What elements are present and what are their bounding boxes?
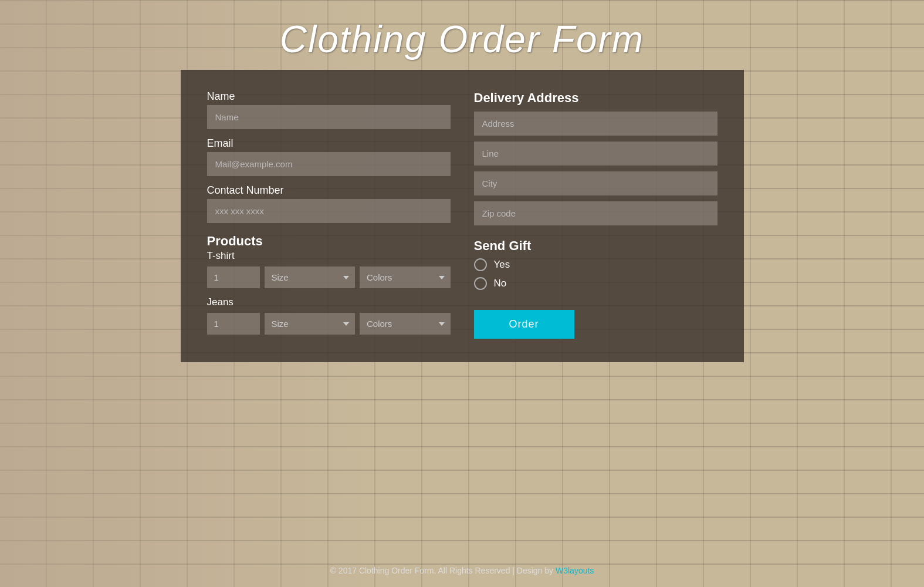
no-radio-row[interactable]: No xyxy=(474,277,717,290)
footer-text: © 2017 Clothing Order Form. All Rights R… xyxy=(330,566,556,575)
jeans-group: Jeans Size S M L XL XXL Colors xyxy=(207,296,451,335)
contact-field-group: Contact Number xyxy=(207,184,451,223)
address-input[interactable] xyxy=(474,112,717,136)
yes-radio[interactable] xyxy=(474,258,487,271)
tshirt-row: Size S M L XL XXL Colors Red Blue Green xyxy=(207,266,451,288)
no-radio[interactable] xyxy=(474,277,487,290)
email-label: Email xyxy=(207,137,451,150)
jeans-size-select[interactable]: Size S M L XL XXL xyxy=(265,313,356,335)
name-input[interactable] xyxy=(207,105,451,129)
zipcode-input[interactable] xyxy=(474,201,717,225)
form-left: Name Email Contact Number Products T-shi… xyxy=(207,90,451,339)
no-label: No xyxy=(494,278,507,289)
jeans-qty-input[interactable] xyxy=(207,313,260,335)
products-label: Products xyxy=(207,234,451,249)
tshirt-label: T-shirt xyxy=(207,250,451,262)
page-title: Clothing Order Form xyxy=(280,18,644,61)
jeans-label: Jeans xyxy=(207,296,451,308)
footer: © 2017 Clothing Order Form. All Rights R… xyxy=(0,566,924,575)
email-input[interactable] xyxy=(207,152,451,176)
tshirt-qty-input[interactable] xyxy=(207,266,260,288)
delivery-label: Delivery Address xyxy=(474,90,717,106)
page-wrapper: Clothing Order Form Name Email Contact N… xyxy=(0,0,924,587)
radio-group: Yes No xyxy=(474,258,717,290)
name-field-group: Name xyxy=(207,90,451,129)
contact-input[interactable] xyxy=(207,199,451,223)
jeans-color-select[interactable]: Colors Red Blue Green Black White xyxy=(360,313,451,335)
email-field-group: Email xyxy=(207,137,451,176)
contact-label: Contact Number xyxy=(207,184,451,197)
form-right: Delivery Address Send Gift Yes xyxy=(474,90,717,339)
jeans-row: Size S M L XL XXL Colors Red Blue Green xyxy=(207,313,451,335)
line-input[interactable] xyxy=(474,141,717,166)
form-container: Name Email Contact Number Products T-shi… xyxy=(181,70,744,362)
send-gift-section: Send Gift Yes No xyxy=(474,238,717,290)
yes-label: Yes xyxy=(494,259,510,271)
name-label: Name xyxy=(207,90,451,103)
yes-radio-row[interactable]: Yes xyxy=(474,258,717,271)
city-input[interactable] xyxy=(474,171,717,195)
tshirt-group: T-shirt Size S M L XL XXL Colors xyxy=(207,250,451,288)
order-button[interactable]: Order xyxy=(474,310,574,339)
delivery-section: Delivery Address xyxy=(474,90,717,225)
tshirt-size-select[interactable]: Size S M L XL XXL xyxy=(265,266,356,288)
send-gift-label: Send Gift xyxy=(474,238,717,254)
footer-link[interactable]: W3layouts xyxy=(556,566,594,575)
products-section: Products T-shirt Size S M L XL XXL xyxy=(207,234,451,335)
tshirt-color-select[interactable]: Colors Red Blue Green Black White xyxy=(360,266,451,288)
